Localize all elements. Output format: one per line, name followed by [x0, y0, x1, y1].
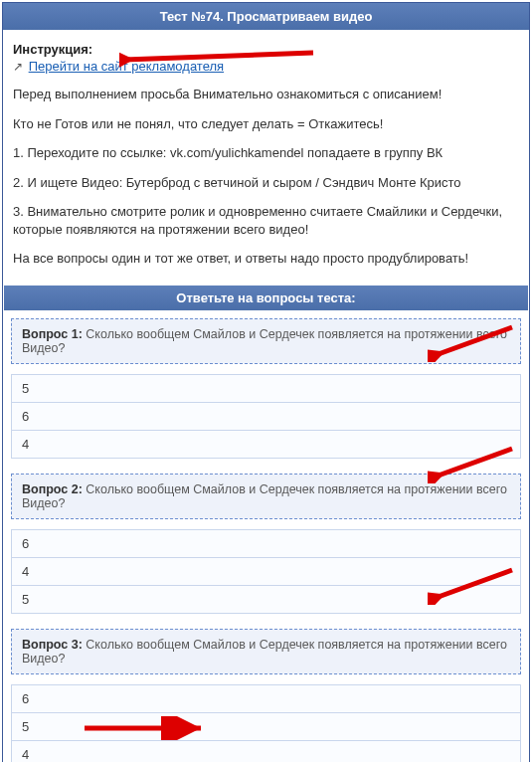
question-label: Вопрос 1: [22, 327, 83, 341]
answer-option[interactable]: 4 [11, 430, 521, 459]
answer-option[interactable]: 4 [11, 557, 521, 586]
question-2: Вопрос 2: Сколько вообщем Смайлов и Серд… [11, 474, 521, 519]
answers-1: 5 6 4 [11, 374, 521, 459]
qa-area: Вопрос 1: Сколько вообщем Смайлов и Серд… [3, 310, 529, 762]
instruction-paragraph: Кто не Готов или не понял, что следует д… [13, 115, 519, 133]
answer-option[interactable]: 6 [11, 402, 521, 431]
instruction-paragraph: 1. Переходите по ссылке: vk.com/yulichka… [13, 144, 519, 162]
question-label: Вопрос 2: [22, 482, 83, 496]
answer-option[interactable]: 6 [11, 529, 521, 558]
answers-2: 6 4 5 [11, 529, 521, 614]
instruction-text: Перед выполнением просьба Внимательно оз… [13, 86, 519, 268]
answer-option[interactable]: 4 [11, 740, 521, 762]
external-link-icon: ↗ [13, 60, 23, 74]
question-1: Вопрос 1: Сколько вообщем Смайлов и Серд… [11, 318, 521, 364]
answer-option[interactable]: 5 [11, 374, 521, 403]
answer-option[interactable]: 5 [11, 585, 521, 614]
question-text: Сколько вообщем Смайлов и Сердечек появл… [22, 327, 507, 355]
question-3: Вопрос 3: Сколько вообщем Смайлов и Серд… [11, 629, 521, 674]
qa-header: Ответьте на вопросы теста: [4, 286, 528, 310]
test-panel: Тест №74. Просматриваем видео Инструкция… [2, 2, 530, 762]
instruction-paragraph: На все вопросы один и тот же ответ, и от… [13, 250, 519, 268]
question-text: Сколько вообщем Смайлов и Сердечек появл… [22, 482, 507, 510]
answer-option[interactable]: 5 [11, 712, 521, 741]
question-text: Сколько вообщем Смайлов и Сердечек появл… [22, 638, 507, 666]
instruction-paragraph: 2. И ищете Видео: Бутерброд с ветчиной и… [13, 174, 519, 192]
instruction-block: Инструкция: ↗ Перейти на сайт рекламодат… [3, 30, 529, 286]
question-label: Вопрос 3: [22, 638, 83, 652]
answers-3: 6 5 4 [11, 684, 521, 762]
instruction-paragraph: 3. Внимательно смотрите ролик и одноврем… [13, 203, 519, 238]
panel-title: Тест №74. Просматриваем видео [3, 3, 529, 30]
answer-option[interactable]: 6 [11, 684, 521, 713]
advertiser-link[interactable]: Перейти на сайт рекламодателя [29, 59, 224, 74]
instruction-paragraph: Перед выполнением просьба Внимательно оз… [13, 86, 519, 103]
instruction-label: Инструкция: [13, 42, 92, 57]
